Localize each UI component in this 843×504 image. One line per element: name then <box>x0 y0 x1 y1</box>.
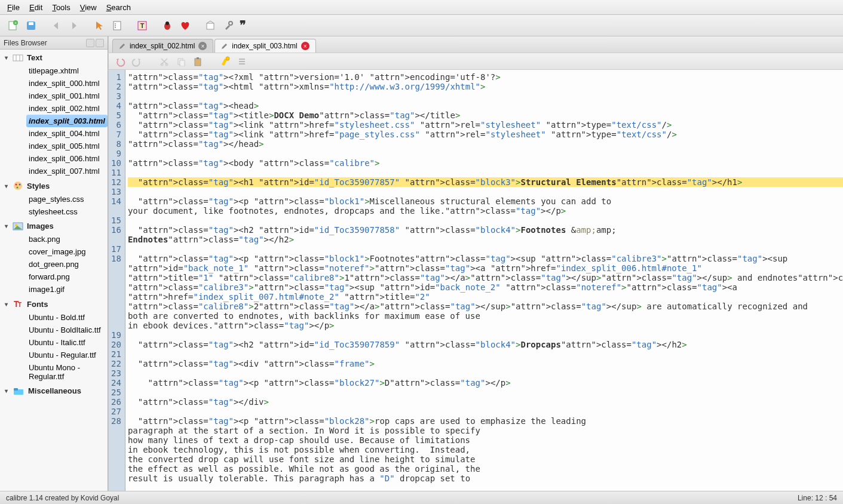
files-panel: Files Browser Texttitlepage.xhtmlindex_s… <box>0 36 108 491</box>
tree-item[interactable]: Ubuntu - Bold.ttf <box>26 311 108 324</box>
svg-point-22 <box>17 187 19 189</box>
menu-file[interactable]: File <box>2 1 24 14</box>
tree-item[interactable]: dot_green.png <box>26 258 108 271</box>
paste-button[interactable] <box>191 55 204 68</box>
svg-point-19 <box>14 182 22 190</box>
tree-item[interactable]: back.png <box>26 233 108 245</box>
cursor-icon[interactable] <box>91 17 108 34</box>
save-button[interactable] <box>23 17 39 34</box>
svg-text:❞: ❞ <box>240 20 246 31</box>
tree-item[interactable]: forward.png <box>26 271 108 283</box>
tool-icon[interactable] <box>220 17 237 34</box>
back-button[interactable] <box>48 17 65 34</box>
tree-section-fonts[interactable]: TTFonts <box>0 296 108 311</box>
svg-point-20 <box>16 184 17 186</box>
tree-item[interactable]: index_split_001.html <box>26 90 108 102</box>
tree-item[interactable]: index_split_002.html <box>26 102 108 115</box>
pencil-icon <box>221 42 228 50</box>
preferences-icon[interactable] <box>202 17 219 34</box>
lines-button[interactable] <box>235 55 249 68</box>
menu-tools[interactable]: Tools <box>47 1 75 14</box>
editor-tabstrip: index_split_002.html×index_split_003.htm… <box>109 36 843 53</box>
svg-rect-13 <box>207 23 214 29</box>
tree-section-misc[interactable]: Miscellaneous <box>0 383 108 398</box>
menubar: FileEditToolsViewSearch <box>0 0 843 15</box>
cut-button[interactable] <box>158 55 171 68</box>
quotes-icon[interactable]: ❞ <box>238 17 255 34</box>
files-tree[interactable]: Texttitlepage.xhtmlindex_split_000.htmli… <box>0 50 108 491</box>
svg-rect-32 <box>180 60 185 66</box>
svg-text:T: T <box>140 22 145 29</box>
close-tab-icon[interactable]: × <box>301 42 309 50</box>
tab-index_split_002-html[interactable]: index_split_002.html× <box>112 39 213 53</box>
tree-item[interactable]: Ubuntu Mono - Regular.ttf <box>26 361 108 383</box>
tree-item[interactable]: Ubuntu - BoldItalic.ttf <box>26 324 108 336</box>
tree-item[interactable]: index_split_004.html <box>26 127 108 140</box>
text-tool-button[interactable]: T <box>134 17 151 34</box>
statusbar: calibre 1.14 created by Kovid Goyal Line… <box>0 491 843 504</box>
new-file-button[interactable]: + <box>5 17 22 34</box>
copy-button[interactable] <box>174 55 188 68</box>
tree-section-images[interactable]: Images <box>0 218 108 233</box>
editor-panel: index_split_002.html×index_split_003.htm… <box>109 36 843 491</box>
line-gutter: 1234567891011121314 1516 1718 1920212223… <box>109 70 125 491</box>
svg-rect-4 <box>29 22 33 25</box>
tree-section-styles[interactable]: Styles <box>0 177 108 193</box>
highlight-button[interactable] <box>219 55 232 68</box>
svg-text:+: + <box>14 20 17 26</box>
status-left: calibre 1.14 created by Kovid Goyal <box>6 494 119 502</box>
tree-item[interactable]: Ubuntu - Italic.ttf <box>26 336 108 349</box>
heart-icon[interactable] <box>177 17 194 34</box>
svg-point-8 <box>115 27 116 28</box>
svg-rect-28 <box>14 388 18 391</box>
menu-edit[interactable]: Edit <box>24 1 47 14</box>
files-panel-title: Files Browser <box>4 39 47 47</box>
tree-item[interactable]: index_split_003.html <box>26 115 108 127</box>
menu-view[interactable]: View <box>75 1 102 14</box>
tree-item[interactable]: stylesheet.css <box>26 205 108 218</box>
svg-point-21 <box>19 184 21 186</box>
panel-close-icon[interactable] <box>96 39 104 47</box>
tree-item[interactable]: image1.gif <box>26 283 108 296</box>
svg-rect-34 <box>197 57 199 59</box>
editor-toolbar <box>109 53 843 70</box>
menu-search[interactable]: Search <box>102 1 136 14</box>
tree-item[interactable]: index_split_006.html <box>26 152 108 165</box>
tree-section-text[interactable]: Text <box>0 50 108 64</box>
svg-point-12 <box>165 21 169 25</box>
tree-item[interactable]: cover_image.jpg <box>26 245 108 258</box>
bug-icon[interactable] <box>159 17 176 34</box>
code-body[interactable]: "attrn">class="tag"><?xml "attrn">versio… <box>125 70 843 491</box>
tree-item[interactable]: index_split_005.html <box>26 140 108 152</box>
panel-float-icon[interactable] <box>86 39 94 47</box>
pencil-icon <box>119 42 126 50</box>
code-editor[interactable]: 1234567891011121314 1516 1718 1920212223… <box>109 70 843 491</box>
svg-point-6 <box>115 23 116 24</box>
tab-index_split_003-html[interactable]: index_split_003.html× <box>214 39 315 53</box>
svg-rect-33 <box>195 59 201 66</box>
svg-point-24 <box>15 224 17 226</box>
close-tab-icon[interactable]: × <box>198 42 207 50</box>
svg-point-7 <box>115 25 116 26</box>
undo-button[interactable] <box>114 55 127 68</box>
svg-point-35 <box>226 57 229 60</box>
tree-item[interactable]: page_styles.css <box>26 193 108 205</box>
svg-point-14 <box>229 21 232 25</box>
svg-rect-16 <box>13 55 23 61</box>
svg-text:T: T <box>18 302 22 308</box>
svg-rect-5 <box>114 21 121 30</box>
tree-item[interactable]: index_split_000.html <box>26 77 108 90</box>
files-panel-header: Files Browser <box>0 36 108 50</box>
forward-button[interactable] <box>66 17 82 34</box>
main-toolbar: + T ❞ <box>0 15 843 36</box>
redo-button[interactable] <box>130 55 143 68</box>
tree-item[interactable]: titlepage.xhtml <box>26 64 108 77</box>
status-right: Line: 12 : 54 <box>798 494 837 502</box>
toc-button[interactable] <box>109 17 125 34</box>
tree-item[interactable]: Ubuntu - Regular.ttf <box>26 349 108 361</box>
tree-item[interactable]: index_split_007.html <box>26 165 108 177</box>
